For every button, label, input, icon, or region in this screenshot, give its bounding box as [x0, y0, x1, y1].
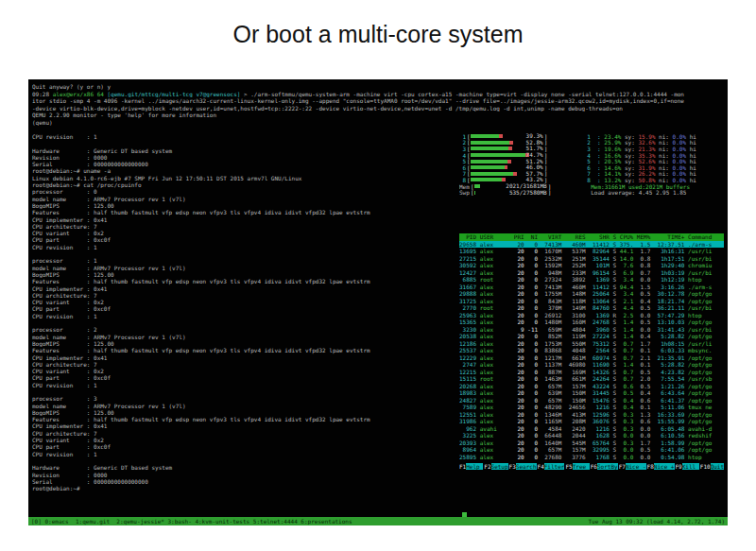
process-cell: 1369 [589, 276, 612, 283]
process-cell: 1640M [541, 439, 565, 446]
process-row[interactable]: 29888 alex 20 0 1755M 148M 25064 S 3.4 0… [459, 290, 724, 298]
process-row[interactable]: 20538 alex 20 0 852M 119M 27224 S 1.4 0.… [459, 333, 724, 340]
terminal-window[interactable]: Quit anyway? (y or n) y09:28 alex@erx/x8… [28, 79, 728, 525]
process-row[interactable]: 13695 alex 20 0 1670M 537M 82964 S 44.1 … [459, 248, 724, 255]
process-row[interactable]: 12186 alex 20 0 1753M 550M 75312 S 0.7 1… [459, 340, 724, 348]
process-cell: /opt/go [688, 354, 712, 361]
process-row[interactable]: 15365 alex 20 0 1480M 160M 24768 S 1.4 0… [459, 319, 724, 326]
process-row[interactable]: 31725 alex 20 0 843M 118M 13064 S 2.1 0.… [459, 298, 724, 305]
process-cell: 11690 [589, 361, 612, 368]
cpuinfo-line [32, 250, 459, 257]
process-row[interactable]: 20268 alex 20 0 657M 157M 43224 S 0.6 0.… [459, 383, 724, 390]
htop-fkey-f10[interactable]: F10Quit [700, 463, 724, 470]
process-cell: 0.4 [620, 397, 637, 404]
process-cell: 20 [514, 333, 527, 339]
process-row[interactable]: 7589 alex 20 0 48290 24656 1216 S 0.4 0.… [459, 404, 724, 411]
process-row[interactable]: 25963 alex 20 0 26912 3100 1369 R 2.5 0.… [459, 312, 724, 319]
process-row[interactable]: 8964 alex 20 0 657M 157M 32995 S 0.0 0.5… [459, 446, 724, 454]
process-cell: 0 [527, 418, 541, 424]
htop-fkey-f1[interactable]: F1Help [459, 463, 483, 470]
process-cell: -11 [527, 326, 541, 333]
process-cell: alex [480, 354, 514, 361]
process-cell: S [613, 241, 620, 248]
process-cell: S [613, 319, 620, 325]
cpuinfo-line: CPU architecture: 7 [32, 292, 459, 299]
process-cell: 150M [565, 397, 589, 404]
process-row[interactable]: 31667 alex 20 0 7413M 460M 11412 S 94.4 … [459, 284, 724, 291]
process-cell: /usr/bi [688, 269, 712, 276]
process-row[interactable]: 24827 alex 20 0 657M 150M 15476 S 0.4 0.… [459, 397, 724, 405]
process-row[interactable]: 12427 alex 20 0 948M 233M 96154 S 6.9 0.… [459, 269, 724, 277]
process-cell: 83868 [541, 347, 565, 353]
process-row[interactable]: 30592 alex 20 0 1592M 252M 101M S 7.6 0.… [459, 262, 724, 269]
htop-fkey-f5[interactable]: F5Tree [565, 463, 589, 470]
process-cell: 1.4 [620, 319, 637, 325]
process-row[interactable]: 18983 alex 20 0 639M 150M 31445 S 0.5 0.… [459, 389, 724, 397]
process-row[interactable]: 25895 alex 20 0 27680 3776 1768 S 0.0 0.… [459, 454, 724, 461]
process-cell: 31445 [589, 389, 612, 396]
process-cell: 20538 [459, 333, 480, 339]
process-cell: S [613, 326, 620, 333]
htop-fkey-f9[interactable]: F9Kill [676, 463, 699, 470]
process-cell: 16:33.69 [654, 411, 688, 418]
cpuinfo-line: Features : half thumb fastmult vfp edsp … [32, 209, 459, 215]
htop-fkey-f7[interactable]: F7Nice - [619, 463, 646, 470]
process-row[interactable]: 31986 alex 20 0 1165M 208M 36076 S 0.3 0… [459, 418, 724, 425]
cpuinfo-line [32, 319, 459, 326]
process-cell: 1216 [589, 404, 612, 410]
process-row[interactable]: 29658 alex 20 0 7413M 460M 11412 S 375. … [459, 241, 724, 249]
process-cell: chromiu [688, 262, 712, 268]
process-cell: 1346M [541, 411, 565, 418]
process-cell: S [613, 404, 620, 410]
process-cell: 0.6 [637, 418, 654, 424]
htop-fkey-f6[interactable]: F6SortBy [591, 463, 618, 470]
htop-fkey-f8[interactable]: F8Nice + [647, 463, 675, 470]
htop-fkey-f2[interactable]: F2Setup [484, 463, 507, 470]
cpuinfo-line: Features : half thumb fastmult vfp edsp … [32, 278, 459, 284]
process-row[interactable]: 3230 alex 9 -11 659M 4804 3960 S 1.4 0.0… [459, 326, 724, 334]
process-cell: 0 [527, 369, 541, 375]
process-row[interactable]: 3225 alex 20 0 66448 2044 1628 S 0.0 0.0… [459, 432, 724, 439]
process-cell: 0.5 [637, 319, 654, 325]
fkey-number: F6 [591, 463, 597, 470]
fkey-number: F1 [459, 463, 466, 470]
process-row[interactable]: 27215 alex 20 0 2532M 251M 35144 S 14.0 … [459, 255, 724, 263]
process-cell: root [480, 304, 514, 311]
fkey-number: F5 [565, 463, 572, 470]
process-cell: 639M [541, 389, 565, 396]
process-cell: S [613, 397, 620, 404]
process-cell: 6:10.56 [654, 432, 688, 439]
process-cell: 1.4 [620, 333, 637, 339]
cpuinfo-line: CPU revision : 1 [32, 313, 459, 319]
process-row[interactable]: 12229 alex 20 0 1217M 661M 60974 S 0.7 2… [459, 354, 724, 362]
htop-fkey-f3[interactable]: F3Search [509, 463, 537, 470]
process-row[interactable]: 12215 alex 20 0 887M 169M 14326 S 0.7 0.… [459, 369, 724, 376]
process-cell: 0.3 [620, 411, 637, 418]
process-row[interactable]: 25537 alex 20 0 83868 4048 2564 S 0.7 0.… [459, 347, 724, 354]
process-cell: alex [480, 404, 514, 410]
process-row[interactable]: 20393 alex 20 0 1640M 545M 65764 S 0.3 1… [459, 439, 724, 447]
process-row[interactable]: 2770 root 20 0 370M 149M 84760 S 4.4 0.5… [459, 304, 724, 312]
process-cell: 0.1 [637, 347, 654, 353]
process-cell: htop [688, 454, 701, 460]
process-cell: S [613, 389, 620, 396]
process-row[interactable]: 962 avahi 20 0 4584 2420 1216 S 0.3 0.0 … [459, 425, 724, 433]
fkey-number: F2 [484, 463, 490, 470]
process-cell: S [613, 340, 620, 347]
process-cell: 1h17:51 [654, 255, 688, 262]
process-row[interactable]: 2747 alex 20 0 1137M 46980 11690 S 1.4 0… [459, 361, 724, 369]
process-cell: 657M [541, 446, 565, 453]
process-cell: alex [480, 389, 514, 396]
process-cell: S [613, 255, 620, 262]
process-row[interactable]: 6885 root 20 0 27324 3892 1369 S 3.4 0.0… [459, 276, 724, 284]
htop-fkey-f4[interactable]: F4Filter [538, 463, 565, 470]
process-cell: 5:28.82 [654, 361, 688, 368]
process-cell: 1h12:19 [654, 276, 688, 283]
process-row[interactable]: 12551 alex 20 0 1346M 413M 12596 S 0.3 1… [459, 411, 724, 419]
process-cell: 20 [514, 418, 527, 424]
process-cell: 30:12.78 [654, 290, 688, 297]
process-row[interactable]: 15115 root 20 0 1463M 661M 24264 S 0.7 2… [459, 375, 724, 383]
process-cell: 27680 [541, 454, 565, 460]
process-cell: 0.4 [637, 298, 654, 304]
process-cell: 7.6 [620, 262, 637, 268]
